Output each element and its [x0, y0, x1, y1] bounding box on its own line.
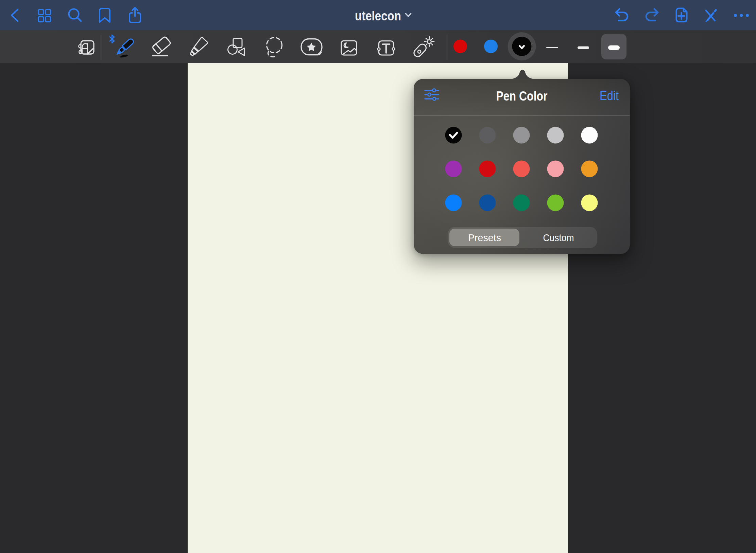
svg-text:utelecon: utelecon	[355, 9, 401, 23]
svg-text:Pen Color: Pen Color	[496, 89, 548, 103]
svg-text:Custom: Custom	[543, 232, 574, 243]
svg-text:Presets: Presets	[468, 232, 501, 243]
svg-text:Edit: Edit	[600, 89, 619, 103]
